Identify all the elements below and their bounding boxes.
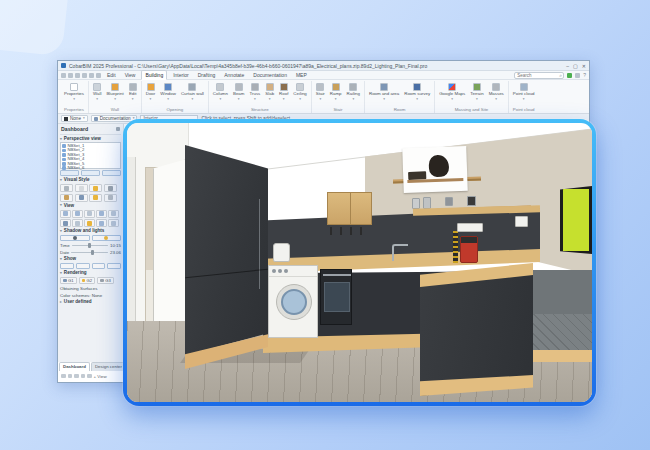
roof-button[interactable]: Roof ▾	[278, 82, 289, 102]
view-action-button[interactable]	[60, 170, 79, 176]
view-action-button[interactable]	[102, 170, 121, 176]
redo-icon[interactable]	[96, 73, 101, 78]
curtain-wall-button[interactable]: Curtain wall ▾	[180, 82, 205, 102]
save-icon[interactable]	[75, 73, 80, 78]
visual-style-button[interactable]	[75, 194, 88, 202]
show-toggle-button[interactable]	[92, 263, 106, 269]
menu-tab-annotate[interactable]: Annotate	[221, 71, 247, 79]
sync-status-icon[interactable]	[567, 73, 572, 78]
show-toggle-button[interactable]	[60, 263, 74, 269]
undo-icon[interactable]	[89, 73, 94, 78]
section-expander-icon[interactable]: ▾	[60, 257, 62, 261]
visual-style-button[interactable]	[89, 184, 102, 192]
open-file-icon[interactable]	[68, 73, 73, 78]
view-tool-button[interactable]	[84, 219, 95, 227]
menu-tab-building[interactable]: Building	[141, 70, 167, 80]
railing-button[interactable]: Railing ▾	[346, 82, 361, 102]
chevron-down-icon: ▾	[476, 98, 478, 102]
status-units-icon[interactable]	[87, 374, 92, 379]
light-toggle-button[interactable]	[92, 235, 122, 241]
section-expander-icon[interactable]: ▸	[60, 300, 62, 304]
window-button[interactable]: Window ▾	[159, 82, 177, 102]
visual-style-button[interactable]	[60, 194, 73, 202]
view-tool-button[interactable]	[60, 219, 71, 227]
visual-style-button[interactable]	[60, 184, 73, 192]
door-button[interactable]: Door ▾	[145, 82, 157, 102]
view-tool-button[interactable]	[108, 210, 119, 218]
user-account-icon[interactable]	[575, 73, 580, 78]
status-ortho-icon[interactable]	[74, 374, 79, 379]
slab-button[interactable]: Slab ▾	[264, 82, 275, 102]
layer-dropdown[interactable]: None ▾	[61, 115, 88, 122]
stair-button[interactable]: Stair ▾	[315, 82, 326, 102]
search-box[interactable]: ⌕	[514, 72, 564, 79]
print-icon[interactable]	[82, 73, 87, 78]
show-toggle-button[interactable]	[107, 263, 121, 269]
beam-button[interactable]: Beam ▾	[232, 82, 245, 102]
render-quality-button[interactable]: G2	[79, 277, 96, 284]
section-expander-icon[interactable]: ▾	[60, 137, 62, 141]
menu-tab-view[interactable]: View	[122, 71, 139, 79]
perspective-view-list[interactable]: NBSet_1 NBSet_2 NBSet_3 NBSet_4 NBSet_5 …	[60, 142, 121, 169]
view-tool-button[interactable]	[60, 210, 71, 218]
beam-icon	[235, 83, 243, 91]
view-icon	[62, 158, 66, 162]
point-cloud-button[interactable]: Point cloud ▾	[512, 82, 536, 102]
section-expander-icon[interactable]: ▾	[60, 271, 62, 275]
menu-tab-interior[interactable]: Interior	[170, 71, 192, 79]
section-expander-icon[interactable]: ▾	[60, 229, 62, 233]
wall-button[interactable]: Wall ▾	[92, 82, 102, 102]
ramp-button[interactable]: Ramp ▾	[329, 82, 343, 102]
pin-icon[interactable]	[116, 127, 120, 131]
view-tool-button[interactable]	[96, 210, 107, 218]
room-and-area-button[interactable]: Room and area ▾	[368, 82, 400, 102]
room-survey-button[interactable]: Room survey ▾	[403, 82, 431, 102]
visual-style-button[interactable]	[89, 194, 102, 202]
add-view-label[interactable]: + View	[94, 374, 107, 379]
maximize-button[interactable]: ▢	[573, 63, 578, 69]
tab-dashboard[interactable]: Dashboard	[59, 362, 90, 371]
visual-style-button[interactable]	[104, 184, 117, 192]
view-tool-button[interactable]	[84, 210, 95, 218]
section-expander-icon[interactable]: ▾	[60, 178, 62, 182]
masses-button[interactable]: Masses ▾	[488, 82, 505, 102]
view-tool-button[interactable]	[96, 219, 107, 227]
show-toggle-button[interactable]	[76, 263, 90, 269]
menu-tab-documentation[interactable]: Documentation	[250, 71, 290, 79]
blueprint-button[interactable]: Blueprint ▾	[105, 82, 124, 102]
section-expander-icon[interactable]: ▾	[60, 203, 62, 207]
view-tool-button[interactable]	[108, 219, 119, 227]
help-button[interactable]: ?	[583, 72, 586, 78]
view-tool-button[interactable]	[72, 210, 83, 218]
search-input[interactable]	[517, 73, 557, 78]
menu-tab-drafting[interactable]: Drafting	[195, 71, 219, 79]
date-slider[interactable]	[71, 252, 108, 254]
menu-tab-mep[interactable]: MEP	[293, 71, 310, 79]
render-quality-button[interactable]: G3	[97, 277, 114, 284]
decorative-rounded-shape	[0, 0, 70, 56]
color-scheme-value[interactable]: None	[92, 293, 103, 298]
properties-button[interactable]: Properties ▾	[63, 82, 85, 102]
render-3d-kitchen-viewport[interactable]	[127, 123, 592, 402]
status-grid-icon[interactable]	[61, 374, 66, 379]
menu-tab-edit[interactable]: Edit	[104, 71, 119, 79]
tab-design-center[interactable]: Design center	[91, 362, 126, 371]
status-layers-icon[interactable]	[81, 374, 86, 379]
truss-button[interactable]: Truss ▾	[248, 82, 261, 102]
view-action-button[interactable]	[81, 170, 100, 176]
minimize-button[interactable]: –	[566, 63, 569, 69]
wall-edit-button[interactable]: Edit ▾	[128, 82, 138, 102]
terrain-button[interactable]: Terrain ▾	[469, 82, 484, 102]
visual-style-button[interactable]	[75, 184, 88, 192]
google-maps-button[interactable]: Google Maps ▾	[438, 82, 466, 102]
render-quality-button[interactable]: G1	[60, 277, 77, 284]
visual-style-button[interactable]	[104, 194, 117, 202]
close-button[interactable]: ✕	[582, 63, 586, 69]
column-button[interactable]: Column ▾	[212, 82, 229, 102]
shadow-toggle-button[interactable]	[60, 235, 90, 241]
time-slider[interactable]	[72, 245, 108, 247]
new-file-icon[interactable]	[61, 73, 66, 78]
view-tool-button[interactable]	[72, 219, 83, 227]
ceiling-button[interactable]: Ceiling ▾	[292, 82, 307, 102]
status-snap-icon[interactable]	[68, 374, 73, 379]
